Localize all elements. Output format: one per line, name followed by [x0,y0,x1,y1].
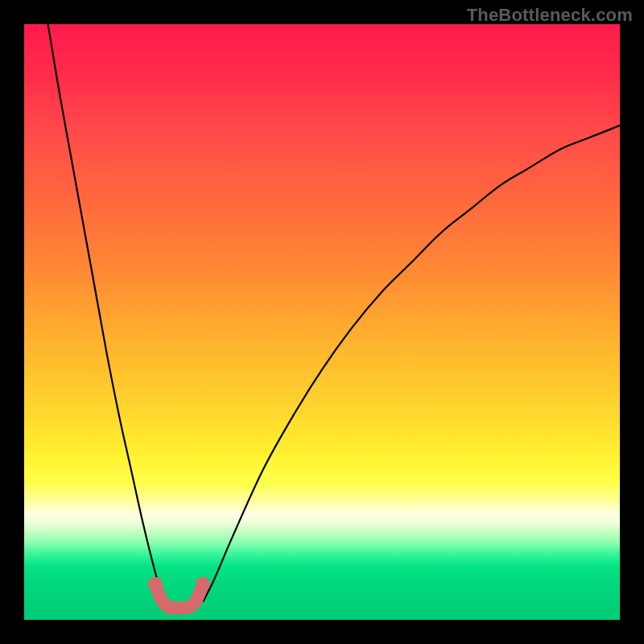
watermark-text: TheBottleneck.com [467,5,633,26]
curve-left-branch [48,24,164,602]
trough-end-dots [148,577,210,592]
chart-gradient-area [24,24,620,620]
curve-right-branch [203,126,620,602]
trough-highlight [155,584,203,609]
chart-svg [24,24,620,620]
trough-end-dot [148,577,163,592]
trough-end-dot [196,577,210,592]
